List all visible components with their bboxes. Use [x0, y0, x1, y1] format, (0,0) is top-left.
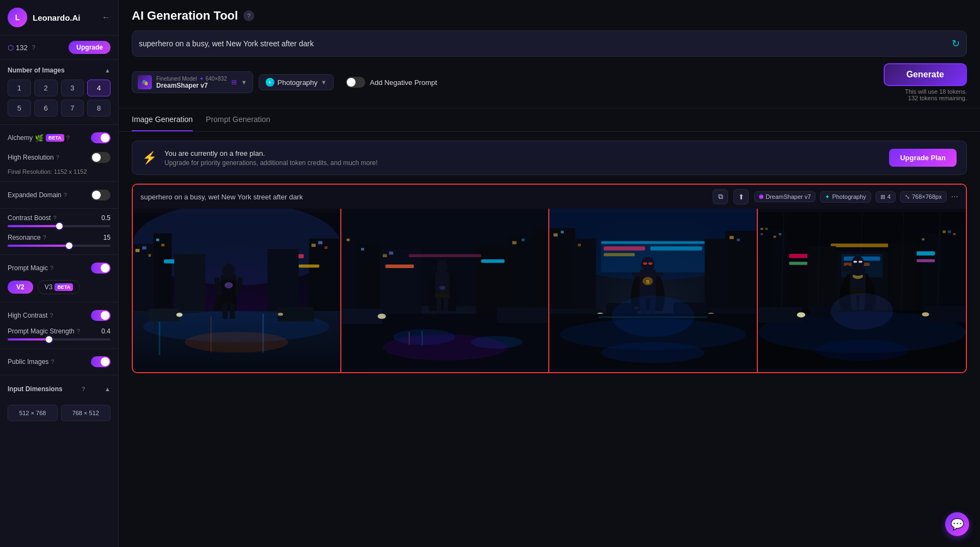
svg-rect-38 — [357, 244, 380, 316]
prompt-input[interactable] — [139, 39, 952, 48]
svg-rect-103 — [632, 272, 639, 277]
count-btn-3[interactable]: 3 — [61, 80, 84, 96]
expanded-domain-help-icon[interactable]: ? — [64, 192, 67, 198]
title-help-icon[interactable]: ? — [243, 10, 254, 21]
svg-rect-58 — [497, 307, 548, 323]
divider-2 — [0, 181, 118, 182]
token-count: ⬡ 132 — [8, 44, 28, 52]
model-type-label: Finetuned Model ✦ 640×832 — [156, 76, 227, 82]
chat-fab[interactable]: 💬 — [945, 512, 969, 536]
upgrade-plan-button[interactable]: Upgrade Plan — [889, 149, 957, 167]
pm-strength-thumb[interactable] — [46, 336, 52, 343]
contrast-boost-track[interactable] — [8, 225, 111, 227]
expanded-domain-label: Expanded Domain ? — [8, 191, 88, 199]
svg-rect-126 — [830, 244, 893, 247]
negative-prompt-toggle[interactable]: Add Negative Prompt — [339, 74, 444, 91]
contrast-boost-help-icon[interactable]: ? — [53, 215, 56, 221]
svg-rect-118 — [773, 236, 776, 238]
style-selector[interactable]: ✦ Photography ▼ — [259, 74, 334, 90]
expand-icon[interactable]: ⬆ — [733, 189, 749, 204]
input-dim-help-icon[interactable]: ? — [82, 386, 85, 392]
generated-image-1[interactable] — [133, 209, 341, 372]
contrast-boost-fill — [8, 225, 59, 227]
contrast-boost-thumb[interactable] — [56, 223, 63, 229]
divider-3 — [0, 208, 118, 209]
dim-btn-512x768[interactable]: 512 × 768 — [8, 405, 58, 421]
resonance-track[interactable] — [8, 245, 111, 247]
count-btn-8[interactable]: 8 — [87, 100, 111, 117]
svg-point-98 — [641, 257, 654, 272]
svg-rect-75 — [554, 233, 558, 236]
high-res-help-icon[interactable]: ? — [56, 154, 59, 161]
count-btn-1[interactable]: 1 — [8, 80, 31, 96]
high-contrast-help-icon[interactable]: ? — [50, 312, 53, 319]
tab-prompt-generation[interactable]: Prompt Generation — [206, 108, 270, 131]
svg-rect-47 — [389, 252, 393, 255]
count-btn-2[interactable]: 2 — [34, 80, 58, 96]
divider-5 — [0, 302, 118, 302]
high-resolution-toggle[interactable] — [91, 152, 111, 163]
pm-strength-help-icon[interactable]: ? — [77, 328, 80, 335]
resonance-help-icon[interactable]: ? — [43, 234, 46, 241]
divider-7 — [0, 375, 118, 375]
svg-rect-43 — [512, 241, 516, 245]
svg-rect-109 — [758, 223, 771, 322]
negative-prompt-switch[interactable] — [346, 77, 365, 88]
generated-image-2[interactable] — [341, 209, 550, 372]
resonance-thumb[interactable] — [66, 242, 72, 249]
prompt-magic-help-icon[interactable]: ? — [50, 265, 53, 271]
alchemy-toggle[interactable] — [91, 132, 111, 143]
alchemy-help-icon[interactable]: ? — [66, 135, 70, 141]
model-avatar-icon: 🎭 — [138, 75, 152, 89]
model-name-label: DreamShaper v7 — [156, 82, 227, 89]
svg-point-26 — [278, 313, 283, 316]
user-avatar: L — [8, 8, 27, 27]
svg-point-68 — [383, 335, 507, 361]
model-selector[interactable]: 🎭 Finetuned Model ✦ 640×832 DreamShaper … — [132, 71, 253, 93]
count-btn-5[interactable]: 5 — [8, 100, 31, 117]
svg-rect-65 — [443, 298, 448, 313]
back-icon[interactable]: ← — [102, 13, 111, 22]
tab-image-generation[interactable]: Image Generation — [132, 108, 193, 131]
alchemy-row: Alchemy 🌿 BETA ? — [0, 128, 118, 148]
chevron-up-icon[interactable]: ▲ — [105, 67, 111, 74]
expanded-domain-toggle[interactable] — [91, 190, 111, 200]
size-icon: ⤡ — [905, 193, 910, 200]
svg-rect-123 — [922, 238, 924, 240]
svg-rect-82 — [604, 246, 645, 251]
more-options-icon[interactable]: ··· — [951, 192, 958, 202]
banner-text: You are currently on a free plan. Upgrad… — [164, 149, 881, 167]
version-v3-button[interactable]: V3 BETA — [38, 280, 81, 294]
result-model-chip: DreamShaper v7 — [754, 191, 816, 202]
version-v2-button[interactable]: V2 — [8, 281, 33, 294]
resonance-section: Resonance ? 15 — [0, 232, 118, 251]
negative-prompt-label: Add Negative Prompt — [370, 78, 437, 87]
svg-rect-122 — [953, 233, 955, 235]
svg-rect-11 — [318, 241, 323, 245]
prompt-magic-toggle[interactable] — [91, 263, 111, 274]
dim-btn-768x512[interactable]: 768 × 512 — [61, 405, 111, 421]
count-btn-7[interactable]: 7 — [61, 100, 84, 117]
prompt-magic-strength-value: 0.4 — [101, 327, 111, 335]
svg-point-151 — [853, 260, 857, 263]
generated-image-4[interactable] — [758, 209, 966, 372]
pm-strength-track[interactable] — [8, 338, 111, 341]
svg-rect-142 — [758, 307, 802, 323]
public-images-help-icon[interactable]: ? — [51, 358, 54, 365]
prompt-magic-icon[interactable]: ↻ — [952, 38, 960, 50]
count-btn-4[interactable]: 4 — [87, 80, 111, 96]
upgrade-button[interactable]: Upgrade — [69, 41, 111, 54]
svg-rect-12 — [324, 246, 328, 249]
high-contrast-toggle[interactable] — [91, 310, 111, 321]
count-btn-6[interactable]: 6 — [34, 100, 58, 117]
token-help-icon[interactable]: ? — [32, 44, 35, 51]
copy-icon[interactable]: ⧉ — [713, 189, 728, 204]
generate-button[interactable]: Generate — [884, 63, 967, 86]
alchemy-beta-badge: BETA — [46, 134, 64, 142]
generated-image-3[interactable]: S — [549, 209, 758, 372]
svg-rect-44 — [522, 239, 525, 241]
chevron-up-icon-2[interactable]: ▲ — [105, 386, 111, 392]
public-images-toggle[interactable] — [91, 356, 111, 367]
svg-point-34 — [185, 332, 288, 352]
contrast-boost-value: 0.5 — [101, 214, 111, 222]
